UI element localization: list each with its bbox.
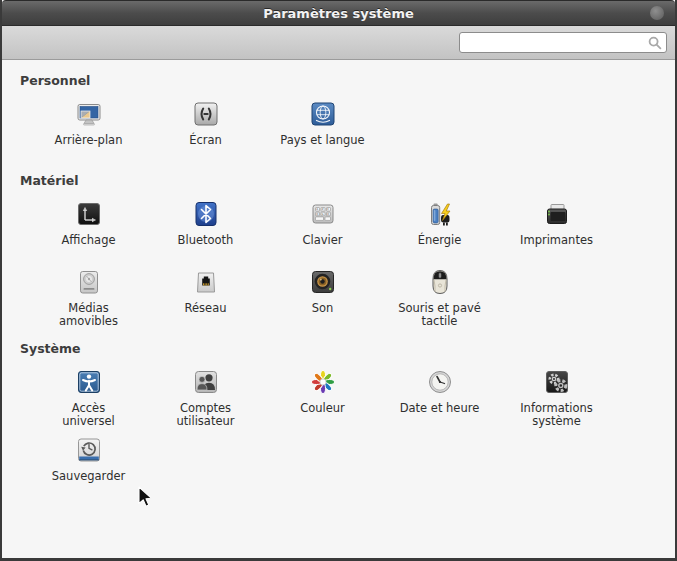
svg-text:Z: Z	[321, 208, 323, 211]
section-row: Affichage Bluetooth	[30, 198, 675, 260]
removable-media-icon	[73, 266, 105, 298]
item-label: Couleur	[300, 402, 345, 428]
keyboard-icon: AZE QSD	[307, 198, 339, 230]
settings-item-couleur[interactable]: Couleur	[264, 366, 381, 428]
search-input[interactable]	[459, 32, 667, 53]
title-bar[interactable]: Paramètres système	[2, 0, 675, 26]
item-label: Médias amovibles	[45, 302, 133, 328]
settings-item-bluetooth[interactable]: Bluetooth	[147, 198, 264, 260]
item-label: Souris et pavé tactile	[396, 302, 484, 328]
universal-access-icon	[73, 366, 105, 398]
item-label: Son	[312, 302, 334, 328]
section-header-systeme: Système	[20, 341, 675, 356]
sound-icon	[307, 266, 339, 298]
settings-item-clavier[interactable]: AZE QSD Clavier	[264, 198, 381, 260]
settings-item-son[interactable]: Son	[264, 266, 381, 328]
printer-icon	[541, 198, 573, 230]
system-settings-window: Paramètres système Personnel	[0, 0, 677, 561]
svg-text:A: A	[316, 208, 318, 211]
settings-item-reseau[interactable]: Réseau	[147, 266, 264, 328]
settings-item-ecran[interactable]: Écran	[147, 98, 264, 160]
settings-item-comptes-utilisateur[interactable]: Comptes utilisateur	[147, 366, 264, 428]
power-icon	[424, 198, 456, 230]
settings-item-pays-et-langue[interactable]: Pays et langue	[264, 98, 381, 160]
system-info-icon	[541, 366, 573, 398]
settings-item-souris-et-pave-tactile[interactable]: Souris et pavé tactile	[381, 266, 498, 328]
item-label: Réseau	[185, 302, 227, 328]
item-label: Arrière-plan	[55, 134, 123, 160]
item-label: Informations système	[513, 402, 601, 428]
settings-item-date-et-heure[interactable]: Date et heure	[381, 366, 498, 428]
user-accounts-icon	[190, 366, 222, 398]
section-row: Arrière-plan Écran	[30, 98, 675, 160]
mouse-touchpad-icon	[424, 266, 456, 298]
background-icon	[73, 98, 105, 130]
settings-item-acces-universel[interactable]: Accès universel	[30, 366, 147, 428]
network-icon	[190, 266, 222, 298]
section-row: Accès universel Comptes utilisateur	[30, 366, 675, 428]
section-row: Médias amovibles Réseau	[30, 266, 675, 328]
item-label: Pays et langue	[280, 134, 364, 160]
settings-item-imprimantes[interactable]: Imprimantes	[498, 198, 615, 260]
toolbar	[2, 26, 675, 60]
svg-text:D: D	[327, 213, 329, 216]
settings-item-energie[interactable]: Énergie	[381, 198, 498, 260]
settings-panel: Personnel Arrière-plan	[2, 73, 675, 496]
bluetooth-icon	[190, 198, 222, 230]
region-language-icon	[307, 98, 339, 130]
mouse-pointer-icon	[138, 486, 154, 509]
settings-item-arriere-plan[interactable]: Arrière-plan	[30, 98, 147, 160]
settings-item-affichage[interactable]: Affichage	[30, 198, 147, 260]
color-icon	[307, 366, 339, 398]
item-label: Comptes utilisateur	[162, 402, 250, 428]
item-label: Écran	[189, 134, 222, 160]
item-label: Clavier	[302, 234, 342, 260]
item-label: Imprimantes	[520, 234, 593, 260]
item-label: Date et heure	[400, 402, 480, 428]
screen-brightness-icon	[190, 98, 222, 130]
section-row: Sauvegarder	[30, 434, 675, 496]
section-header-personnel: Personnel	[20, 73, 675, 88]
window-title: Paramètres système	[263, 6, 414, 21]
close-icon[interactable]	[650, 6, 664, 20]
item-label: Affichage	[61, 234, 115, 260]
display-icon	[73, 198, 105, 230]
svg-text:Q: Q	[316, 213, 318, 216]
item-label: Sauvegarder	[52, 470, 126, 496]
settings-item-sauvegarder[interactable]: Sauvegarder	[30, 434, 147, 496]
item-label: Bluetooth	[178, 234, 234, 260]
section-header-materiel: Matériel	[20, 173, 675, 188]
settings-item-informations-systeme[interactable]: Informations système	[498, 366, 615, 428]
item-label: Accès universel	[45, 402, 133, 428]
date-time-icon	[424, 366, 456, 398]
item-label: Énergie	[418, 234, 462, 260]
backup-icon	[73, 434, 105, 466]
settings-item-medias-amovibles[interactable]: Médias amovibles	[30, 266, 147, 328]
